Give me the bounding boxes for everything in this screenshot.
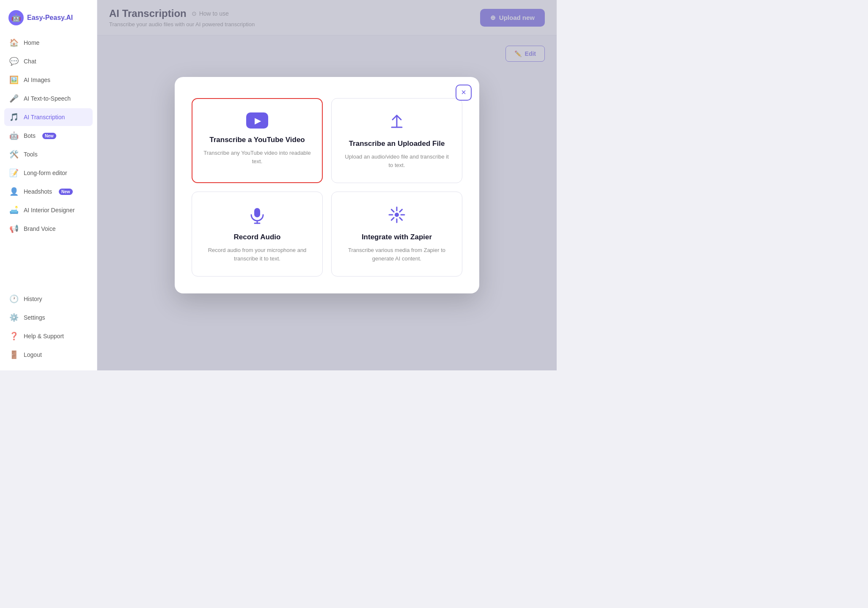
zapier-card-title: Integrate with Zapier [362, 233, 432, 242]
svg-point-5 [395, 213, 399, 217]
upload-file-card[interactable]: Transcribe an Uploaded File Upload an au… [331, 98, 462, 183]
sidebar-item-label: Long-form editor [24, 170, 67, 176]
logo-icon: 🤖 [8, 10, 24, 25]
youtube-card-title: Transcribe a YouTube Video [209, 135, 305, 145]
sidebar-item-help[interactable]: ❓ Help & Support [4, 327, 93, 345]
chat-icon: 💬 [9, 57, 19, 66]
tts-icon: 🎤 [9, 94, 19, 103]
sidebar-item-logout[interactable]: 🚪 Logout [4, 346, 93, 364]
sidebar-item-ai-transcription[interactable]: 🎵 AI Transcription [4, 108, 93, 126]
help-icon: ❓ [9, 331, 19, 341]
bots-icon: 🤖 [9, 131, 19, 140]
upload-modal: × Transcribe a YouTube Video Transcribe … [175, 77, 479, 293]
zapier-icon [387, 205, 406, 226]
main-content: AI Transcription ⊙ How to use Transcribe… [97, 0, 557, 370]
sidebar-item-label: AI Text-to-Speech [24, 95, 71, 102]
longform-icon: 📝 [9, 168, 19, 178]
sidebar-item-label: AI Transcription [24, 114, 65, 121]
transcription-icon: 🎵 [9, 112, 19, 122]
youtube-icon [246, 112, 268, 129]
brand-icon: 📢 [9, 224, 19, 233]
record-card-desc: Record audio from your microphone and tr… [202, 246, 312, 263]
sidebar-item-home[interactable]: 🏠 Home [4, 34, 93, 52]
sidebar-item-ai-interior[interactable]: 🛋️ AI Interior Designer [4, 201, 93, 219]
record-card-title: Record Audio [234, 233, 281, 242]
sidebar-item-ai-tts[interactable]: 🎤 AI Text-to-Speech [4, 90, 93, 107]
sidebar-item-tools[interactable]: 🛠️ Tools [4, 145, 93, 163]
history-icon: 🕐 [9, 294, 19, 304]
logo-text: Easy-Peasy.AI [27, 14, 73, 22]
tools-icon: 🛠️ [9, 150, 19, 159]
modal-overlay: × Transcribe a YouTube Video Transcribe … [97, 0, 557, 370]
svg-rect-2 [254, 208, 260, 217]
svg-line-13 [391, 218, 394, 220]
upload-card-title: Transcribe an Uploaded File [349, 139, 445, 148]
modal-options-grid: Transcribe a YouTube Video Transcribe an… [192, 98, 462, 277]
record-audio-card[interactable]: Record Audio Record audio from your micr… [192, 192, 323, 277]
sidebar-item-label: Bots [24, 132, 36, 139]
sidebar-bottom: 🕐 History ⚙️ Settings ❓ Help & Support 🚪… [0, 290, 97, 364]
images-icon: 🖼️ [9, 75, 19, 85]
svg-line-10 [391, 209, 394, 212]
interior-icon: 🛋️ [9, 205, 19, 215]
sidebar-nav: 🏠 Home 💬 Chat 🖼️ AI Images 🎤 AI Text-to-… [0, 34, 97, 290]
sidebar-item-label: Help & Support [24, 333, 64, 340]
sidebar-item-brand-voice[interactable]: 📢 Brand Voice [4, 220, 93, 238]
sidebar-item-ai-images[interactable]: 🖼️ AI Images [4, 71, 93, 89]
headshots-icon: 👤 [9, 187, 19, 196]
headshots-badge: New [59, 189, 73, 195]
bots-badge: New [42, 133, 56, 139]
microphone-icon [248, 205, 266, 226]
logout-icon: 🚪 [9, 350, 19, 359]
sidebar-item-label: Headshots [24, 188, 52, 195]
zapier-card-desc: Transcribe various media from Zapier to … [342, 246, 452, 263]
upload-card-desc: Upload an audio/video file and transcrib… [342, 153, 452, 169]
sidebar-item-bots[interactable]: 🤖 Bots New [4, 127, 93, 145]
youtube-transcription-card[interactable]: Transcribe a YouTube Video Transcribe an… [192, 98, 323, 183]
zapier-card[interactable]: Integrate with Zapier Transcribe various… [331, 192, 462, 277]
upload-file-icon [387, 112, 406, 132]
youtube-card-desc: Transcribe any YouTube video into readab… [203, 149, 312, 165]
home-icon: 🏠 [9, 38, 19, 47]
sidebar-item-label: Brand Voice [24, 225, 56, 232]
sidebar-item-longform[interactable]: 📝 Long-form editor [4, 164, 93, 182]
svg-line-12 [400, 209, 402, 212]
sidebar-item-label: Chat [24, 58, 36, 65]
sidebar-item-label: Home [24, 39, 39, 46]
modal-close-button[interactable]: × [456, 85, 472, 101]
sidebar-item-label: History [24, 296, 42, 302]
sidebar-item-label: AI Images [24, 77, 50, 83]
sidebar-item-label: Settings [24, 314, 45, 321]
sidebar-item-label: Tools [24, 151, 38, 158]
sidebar-item-label: Logout [24, 351, 42, 358]
settings-icon: ⚙️ [9, 313, 19, 322]
logo: 🤖 Easy-Peasy.AI [0, 7, 97, 34]
sidebar-item-chat[interactable]: 💬 Chat [4, 52, 93, 70]
sidebar-item-settings[interactable]: ⚙️ Settings [4, 309, 93, 326]
sidebar-item-label: AI Interior Designer [24, 207, 75, 214]
sidebar-item-headshots[interactable]: 👤 Headshots New [4, 183, 93, 200]
sidebar-item-history[interactable]: 🕐 History [4, 290, 93, 308]
sidebar: 🤖 Easy-Peasy.AI 🏠 Home 💬 Chat 🖼️ AI Imag… [0, 0, 97, 370]
svg-line-11 [400, 218, 402, 220]
